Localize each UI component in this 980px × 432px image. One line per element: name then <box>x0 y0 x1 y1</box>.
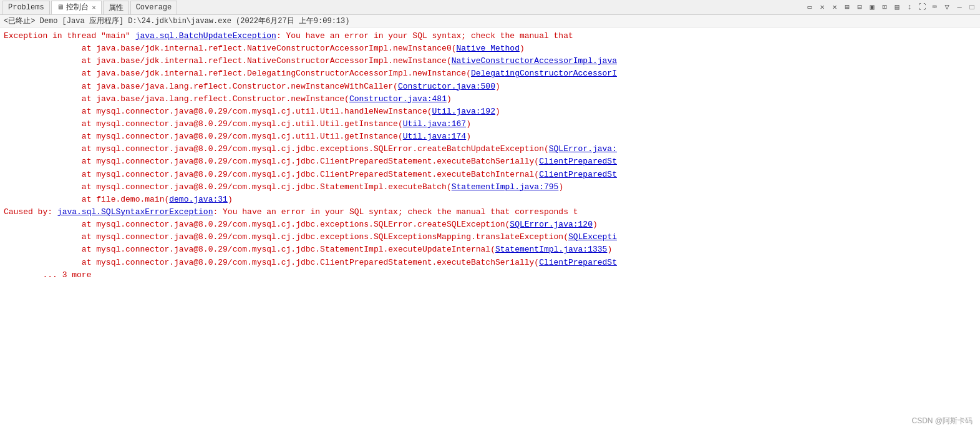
link-sqlsyntax-exception[interactable]: java.sql.SQLSyntaxErrorException <box>57 207 213 217</box>
link-sqlerror-120[interactable]: SQLError.java:120 <box>510 220 593 229</box>
toolbar-icon-7[interactable]: ↕ <box>904 2 915 13</box>
link-native-constructor-impl[interactable]: NativeConstructorAccessorImpl.java <box>452 56 617 66</box>
console-line-16: at mysql.connector.java@8.0.29/com.mysql… <box>4 231 976 243</box>
link-util-167[interactable]: Util.java:167 <box>403 119 466 129</box>
status-bar: <已终止> Demo [Java 应用程序] D:\24.jdk\bin\jav… <box>0 15 980 27</box>
tab-properties[interactable]: 属性 <box>103 1 129 14</box>
console-line-1: Exception in thread "main" java.sql.Batc… <box>4 30 976 42</box>
watermark: CSDN @阿斯卡码 <box>911 416 973 426</box>
toolbar-right: ▭ ✕ ✕ ⊞ ⊟ ▣ ⊡ ▤ ↕ ⛶ ⌨ ▽ — □ <box>804 2 978 13</box>
console-line-11: at mysql.connector.java@8.0.29/com.mysql… <box>4 155 976 168</box>
link-sqlexceptions-mapping[interactable]: SQLExcepti <box>568 232 617 242</box>
toolbar-icon-10[interactable]: ▽ <box>941 2 953 13</box>
console-line-17: at mysql.connector.java@8.0.29/com.mysql… <box>4 243 976 256</box>
tab-bar: Problems 🖥 控制台 ✕ 属性 Coverage ▭ ✕ ✕ ⊞ ⊟ ▣… <box>0 0 980 15</box>
tab-problems[interactable]: Problems <box>2 1 50 14</box>
console-line-15: at mysql.connector.java@8.0.29/com.mysql… <box>4 218 976 231</box>
toolbar-icon-close[interactable]: ✕ <box>817 2 828 13</box>
console-line-9: at mysql.connector.java@8.0.29/com.mysql… <box>4 130 976 143</box>
tab-coverage[interactable]: Coverage <box>130 1 178 14</box>
exception-suffix: : You have an error in your SQL syntax; … <box>276 31 573 41</box>
link-clientps-3[interactable]: ClientPreparedSt <box>539 258 617 267</box>
toolbar-icon-6[interactable]: ▤ <box>891 2 903 13</box>
link-clientps-1[interactable]: ClientPreparedSt <box>539 157 617 166</box>
link-statementimpl-795[interactable]: StatementImpl.java:795 <box>452 182 559 192</box>
link-demo-31[interactable]: demo.java:31 <box>169 195 228 204</box>
link-clientps-2[interactable]: ClientPreparedSt <box>539 170 617 179</box>
toolbar-icon-12[interactable]: □ <box>966 2 978 13</box>
link-constructor-500[interactable]: Constructor.java:500 <box>398 82 495 91</box>
console-line-2: at java.base/jdk.internal.reflect.Native… <box>4 42 976 55</box>
toolbar-icon-5[interactable]: ⊡ <box>879 2 890 13</box>
toolbar-icon-8[interactable]: ⛶ <box>916 2 928 13</box>
link-sqlerror[interactable]: SQLError.java: <box>549 144 617 154</box>
console-line-4: at java.base/jdk.internal.reflect.Delega… <box>4 67 976 80</box>
toolbar-icon-4[interactable]: ▣ <box>866 2 878 13</box>
console-line-13: at mysql.connector.java@8.0.29/com.mysql… <box>4 181 976 194</box>
tab-console[interactable]: 🖥 控制台 ✕ <box>51 1 102 14</box>
tab-console-close[interactable]: ✕ <box>92 4 96 11</box>
toolbar-icon-2[interactable]: ⊞ <box>842 2 853 13</box>
console-line-8: at mysql.connector.java@8.0.29/com.mysql… <box>4 118 976 130</box>
console-line-18: at mysql.connector.java@8.0.29/com.mysql… <box>4 257 976 269</box>
console-line-14: at file.demo.main(demo.java:31) <box>4 194 976 206</box>
tab-console-icon: 🖥 <box>57 3 64 11</box>
tab-properties-label: 属性 <box>109 2 124 13</box>
console-line-6: at java.base/java.lang.reflect.Construct… <box>4 93 976 106</box>
console-line-5: at java.base/java.lang.reflect.Construct… <box>4 81 976 93</box>
tab-problems-label: Problems <box>8 3 44 12</box>
toolbar-icon-3[interactable]: ⊟ <box>854 2 865 13</box>
toolbar-icon-1[interactable]: ▭ <box>804 2 815 13</box>
tab-coverage-label: Coverage <box>136 3 172 12</box>
batch-update-exception-link[interactable]: java.sql.BatchUpdateException <box>135 31 276 41</box>
console-line-3: at java.base/jdk.internal.reflect.Native… <box>4 55 976 67</box>
tab-console-label: 控制台 <box>66 2 89 12</box>
link-constructor-481[interactable]: Constructor.java:481 <box>349 94 447 104</box>
link-util-192[interactable]: Util.java:192 <box>432 107 495 116</box>
console-line-10: at mysql.connector.java@8.0.29/com.mysql… <box>4 143 976 155</box>
status-text: <已终止> Demo [Java 应用程序] D:\24.jdk\bin\jav… <box>4 16 349 26</box>
console-area[interactable]: Exception in thread "main" java.sql.Batc… <box>0 27 980 431</box>
link-statementimpl-1335[interactable]: StatementImpl.java:1335 <box>495 245 607 254</box>
link-util-174[interactable]: Util.java:174 <box>403 132 466 141</box>
exception-prefix: Exception in thread "main" <box>4 31 135 41</box>
toolbar-icon-9[interactable]: ⌨ <box>929 2 940 13</box>
toolbar-icon-pin[interactable]: ✕ <box>829 2 840 13</box>
link-native-method[interactable]: Native Method <box>457 44 520 53</box>
toolbar-icon-11[interactable]: — <box>954 2 965 13</box>
link-delegating-constructor[interactable]: DelegatingConstructorAccessorI <box>471 69 617 78</box>
console-line-more: ... 3 more <box>4 269 976 282</box>
console-line-12: at mysql.connector.java@8.0.29/com.mysql… <box>4 169 976 181</box>
console-line-caused: Caused by: java.sql.SQLSyntaxErrorExcept… <box>4 206 976 218</box>
console-line-7: at mysql.connector.java@8.0.29/com.mysql… <box>4 106 976 118</box>
